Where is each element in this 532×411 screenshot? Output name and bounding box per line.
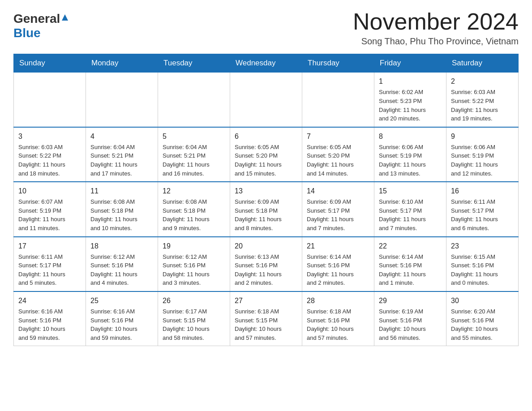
day-info: Sunrise: 6:09 AM Sunset: 5:18 PM Dayligh… <box>235 198 282 231</box>
day-number: 16 <box>451 186 514 196</box>
day-info: Sunrise: 6:04 AM Sunset: 5:21 PM Dayligh… <box>90 144 137 177</box>
day-number: 9 <box>451 131 514 141</box>
day-info: Sunrise: 6:14 AM Sunset: 5:16 PM Dayligh… <box>379 253 426 287</box>
day-info: Sunrise: 6:12 AM Sunset: 5:16 PM Dayligh… <box>90 253 137 287</box>
day-info: Sunrise: 6:12 AM Sunset: 5:16 PM Dayligh… <box>163 253 210 287</box>
day-number: 24 <box>18 295 81 306</box>
calendar-header-row: SundayMondayTuesdayWednesdayThursdayFrid… <box>14 54 519 73</box>
day-info: Sunrise: 6:05 AM Sunset: 5:20 PM Dayligh… <box>235 144 282 177</box>
calendar-cell: 8Sunrise: 6:06 AM Sunset: 5:19 PM Daylig… <box>374 127 446 182</box>
calendar-cell: 3Sunrise: 6:03 AM Sunset: 5:22 PM Daylig… <box>14 127 86 182</box>
calendar-cell: 13Sunrise: 6:09 AM Sunset: 5:18 PM Dayli… <box>230 182 302 236</box>
calendar-week-row: 24Sunrise: 6:16 AM Sunset: 5:16 PM Dayli… <box>14 291 519 346</box>
day-number: 5 <box>163 131 225 141</box>
day-number: 7 <box>307 131 369 141</box>
day-info: Sunrise: 6:18 AM Sunset: 5:16 PM Dayligh… <box>307 308 354 341</box>
calendar-cell: 6Sunrise: 6:05 AM Sunset: 5:20 PM Daylig… <box>230 127 302 182</box>
day-number: 28 <box>307 295 369 306</box>
day-info: Sunrise: 6:13 AM Sunset: 5:16 PM Dayligh… <box>235 253 282 287</box>
calendar-cell <box>86 73 158 127</box>
day-info: Sunrise: 6:14 AM Sunset: 5:16 PM Dayligh… <box>307 253 354 287</box>
day-number: 22 <box>379 241 442 251</box>
calendar-cell: 15Sunrise: 6:10 AM Sunset: 5:17 PM Dayli… <box>374 182 446 236</box>
day-number: 14 <box>307 186 369 196</box>
day-info: Sunrise: 6:20 AM Sunset: 5:16 PM Dayligh… <box>451 308 498 341</box>
day-number: 15 <box>379 186 442 196</box>
day-info: Sunrise: 6:18 AM Sunset: 5:15 PM Dayligh… <box>235 308 282 341</box>
calendar-week-row: 10Sunrise: 6:07 AM Sunset: 5:19 PM Dayli… <box>14 182 519 236</box>
calendar-weekday-tuesday: Tuesday <box>158 54 230 73</box>
calendar-week-row: 17Sunrise: 6:11 AM Sunset: 5:17 PM Dayli… <box>14 237 519 291</box>
calendar-table: SundayMondayTuesdayWednesdayThursdayFrid… <box>13 54 519 346</box>
day-info: Sunrise: 6:08 AM Sunset: 5:18 PM Dayligh… <box>90 198 137 231</box>
day-info: Sunrise: 6:17 AM Sunset: 5:15 PM Dayligh… <box>163 308 210 341</box>
calendar-cell: 4Sunrise: 6:04 AM Sunset: 5:21 PM Daylig… <box>86 127 158 182</box>
day-number: 19 <box>163 241 225 251</box>
calendar-cell: 25Sunrise: 6:16 AM Sunset: 5:16 PM Dayli… <box>86 291 158 346</box>
day-number: 2 <box>451 76 514 86</box>
calendar-cell: 23Sunrise: 6:15 AM Sunset: 5:16 PM Dayli… <box>446 237 519 291</box>
calendar-cell: 18Sunrise: 6:12 AM Sunset: 5:16 PM Dayli… <box>86 237 158 291</box>
day-number: 26 <box>163 295 225 306</box>
day-number: 21 <box>307 241 369 251</box>
calendar-cell: 28Sunrise: 6:18 AM Sunset: 5:16 PM Dayli… <box>302 291 374 346</box>
day-number: 12 <box>163 186 225 196</box>
logo-general-text: General <box>13 12 60 26</box>
day-info: Sunrise: 6:03 AM Sunset: 5:22 PM Dayligh… <box>18 144 65 177</box>
calendar-cell: 9Sunrise: 6:06 AM Sunset: 5:19 PM Daylig… <box>446 127 519 182</box>
calendar-cell: 5Sunrise: 6:04 AM Sunset: 5:21 PM Daylig… <box>158 127 230 182</box>
month-title: November 2024 <box>353 9 519 34</box>
day-info: Sunrise: 6:16 AM Sunset: 5:16 PM Dayligh… <box>18 308 65 341</box>
day-info: Sunrise: 6:08 AM Sunset: 5:18 PM Dayligh… <box>163 198 210 231</box>
calendar-cell: 19Sunrise: 6:12 AM Sunset: 5:16 PM Dayli… <box>158 237 230 291</box>
calendar-cell: 27Sunrise: 6:18 AM Sunset: 5:15 PM Dayli… <box>230 291 302 346</box>
day-number: 25 <box>90 295 153 306</box>
calendar-cell: 16Sunrise: 6:11 AM Sunset: 5:17 PM Dayli… <box>446 182 519 236</box>
calendar-week-row: 3Sunrise: 6:03 AM Sunset: 5:22 PM Daylig… <box>14 127 519 182</box>
day-info: Sunrise: 6:04 AM Sunset: 5:21 PM Dayligh… <box>163 144 210 177</box>
calendar-cell: 20Sunrise: 6:13 AM Sunset: 5:16 PM Dayli… <box>230 237 302 291</box>
calendar-cell: 26Sunrise: 6:17 AM Sunset: 5:15 PM Dayli… <box>158 291 230 346</box>
day-number: 17 <box>18 241 81 251</box>
calendar-cell <box>14 73 86 127</box>
logo-triangle-icon <box>61 13 69 23</box>
logo: General Blue <box>13 9 69 40</box>
day-info: Sunrise: 6:10 AM Sunset: 5:17 PM Dayligh… <box>379 198 426 231</box>
day-info: Sunrise: 6:11 AM Sunset: 5:17 PM Dayligh… <box>18 253 65 287</box>
day-number: 8 <box>379 131 442 141</box>
day-info: Sunrise: 6:16 AM Sunset: 5:16 PM Dayligh… <box>90 308 137 341</box>
calendar-cell <box>302 73 374 127</box>
day-number: 6 <box>235 131 297 141</box>
calendar-cell: 12Sunrise: 6:08 AM Sunset: 5:18 PM Dayli… <box>158 182 230 236</box>
title-area: November 2024 Song Thao, Phu Tho Provinc… <box>353 9 519 47</box>
calendar-cell: 11Sunrise: 6:08 AM Sunset: 5:18 PM Dayli… <box>86 182 158 236</box>
day-info: Sunrise: 6:19 AM Sunset: 5:16 PM Dayligh… <box>379 308 426 341</box>
day-number: 10 <box>18 186 81 196</box>
day-info: Sunrise: 6:07 AM Sunset: 5:19 PM Dayligh… <box>18 198 65 231</box>
calendar-cell <box>230 73 302 127</box>
logo-blue-text: Blue <box>13 26 41 40</box>
calendar-cell <box>158 73 230 127</box>
day-number: 30 <box>451 295 514 306</box>
calendar-cell: 22Sunrise: 6:14 AM Sunset: 5:16 PM Dayli… <box>374 237 446 291</box>
calendar-cell: 24Sunrise: 6:16 AM Sunset: 5:16 PM Dayli… <box>14 291 86 346</box>
day-number: 29 <box>379 295 442 306</box>
day-number: 27 <box>235 295 297 306</box>
day-number: 3 <box>18 131 81 141</box>
day-info: Sunrise: 6:15 AM Sunset: 5:16 PM Dayligh… <box>451 253 498 287</box>
day-info: Sunrise: 6:02 AM Sunset: 5:23 PM Dayligh… <box>379 89 426 122</box>
day-number: 13 <box>235 186 297 196</box>
day-info: Sunrise: 6:11 AM Sunset: 5:17 PM Dayligh… <box>451 198 498 231</box>
calendar-cell: 1Sunrise: 6:02 AM Sunset: 5:23 PM Daylig… <box>374 73 446 127</box>
day-info: Sunrise: 6:05 AM Sunset: 5:20 PM Dayligh… <box>307 144 354 177</box>
day-number: 20 <box>235 241 297 251</box>
day-number: 1 <box>379 76 442 86</box>
header: General Blue November 2024 Song Thao, Ph… <box>13 9 519 47</box>
day-info: Sunrise: 6:09 AM Sunset: 5:17 PM Dayligh… <box>307 198 354 231</box>
calendar-weekday-wednesday: Wednesday <box>230 54 302 73</box>
location-subtitle: Song Thao, Phu Tho Province, Vietnam <box>353 36 519 47</box>
calendar-weekday-sunday: Sunday <box>14 54 86 73</box>
calendar-cell: 30Sunrise: 6:20 AM Sunset: 5:16 PM Dayli… <box>446 291 519 346</box>
calendar-weekday-monday: Monday <box>86 54 158 73</box>
calendar-cell: 29Sunrise: 6:19 AM Sunset: 5:16 PM Dayli… <box>374 291 446 346</box>
